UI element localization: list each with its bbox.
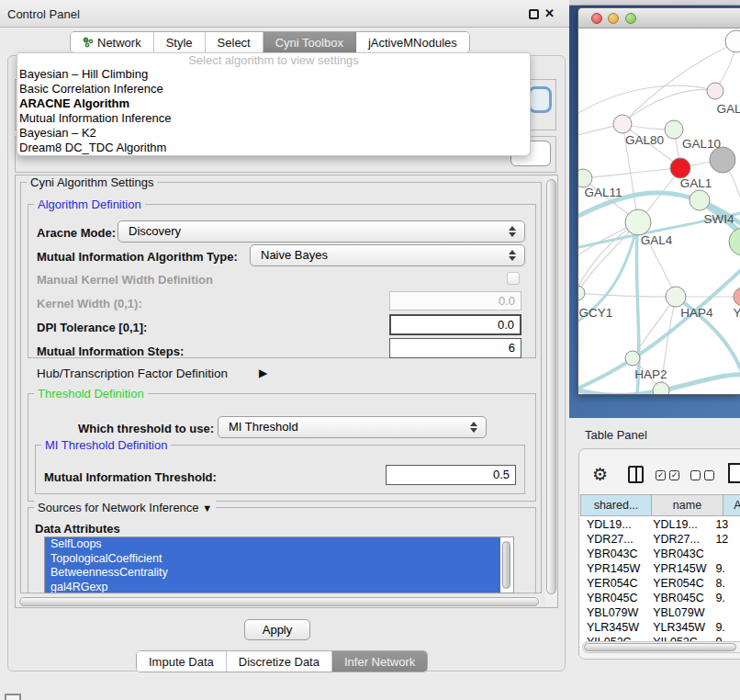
network-edge[interactable] bbox=[578, 222, 638, 293]
table-row[interactable]: YDL19...YDL19...13 bbox=[580, 517, 740, 532]
columns-icon[interactable] bbox=[628, 466, 644, 483]
table-row[interactable]: YER054CYER054C8. bbox=[580, 576, 740, 591]
column-header[interactable]: shared... bbox=[580, 494, 652, 516]
mi-type-select[interactable]: Naive Bayes bbox=[250, 244, 525, 266]
network-node[interactable] bbox=[578, 286, 585, 300]
tab-select[interactable]: Select bbox=[206, 32, 263, 52]
combo-arrows-icon bbox=[509, 226, 517, 237]
cyni-bottom-tabs: Impute DataDiscretize DataInfer Network bbox=[136, 650, 428, 672]
horizontal-scrollbar-thumb[interactable] bbox=[19, 597, 539, 606]
network-edge[interactable] bbox=[622, 90, 715, 124]
algorithm-option[interactable]: Basic Correlation Inference bbox=[17, 82, 530, 96]
table-cell: YBR045C bbox=[646, 591, 712, 605]
document-icon[interactable] bbox=[728, 463, 740, 483]
table-cell bbox=[712, 547, 740, 561]
algorithm-option[interactable]: Dream8 DC_TDC Algorithm bbox=[17, 141, 530, 155]
gear-icon[interactable]: ⚙ bbox=[592, 464, 608, 485]
table-row[interactable]: YBL079WYBL079W bbox=[580, 605, 740, 620]
node-label: GAL80 bbox=[625, 133, 664, 147]
network-node[interactable] bbox=[625, 209, 651, 235]
network-canvas[interactable]: GALGAL80GAL10GAL1GAL11SWI4GAL4GCY1HAP4YH… bbox=[578, 28, 740, 395]
table-cell: YBR045C bbox=[580, 591, 646, 605]
network-node[interactable] bbox=[729, 228, 740, 255]
table-cell: YER054C bbox=[646, 576, 712, 591]
network-node[interactable] bbox=[725, 30, 740, 52]
mi-steps-field[interactable]: 6 bbox=[389, 338, 521, 358]
data-attribute-item[interactable]: SelfLoops bbox=[45, 537, 500, 552]
node-label: GAL1 bbox=[680, 176, 712, 190]
collapse-down-icon[interactable]: ▼ bbox=[202, 502, 212, 514]
network-window-titlebar[interactable] bbox=[578, 8, 740, 28]
algorithm-option[interactable]: Bayesian – Hill Climbing bbox=[17, 67, 530, 82]
data-attribute-item[interactable]: gal4RGexp bbox=[45, 581, 500, 594]
tab-infer-network[interactable]: Infer Network bbox=[332, 651, 427, 672]
network-node[interactable] bbox=[710, 147, 735, 173]
network-node[interactable] bbox=[666, 287, 686, 307]
network-edge[interactable] bbox=[583, 168, 680, 178]
dpi-tolerance-field[interactable]: 0.0 bbox=[389, 314, 521, 335]
manual-kernel-checkbox[interactable] bbox=[507, 272, 520, 285]
tab-discretize-data[interactable]: Discretize Data bbox=[227, 651, 332, 672]
table-horizontal-scrollbar-thumb[interactable] bbox=[584, 643, 736, 651]
tab-impute-data[interactable]: Impute Data bbox=[137, 651, 227, 672]
deselect-all-icon[interactable] bbox=[690, 470, 714, 480]
tab-network[interactable]: Network bbox=[71, 32, 154, 52]
kernel-width-field[interactable]: 0.0 bbox=[389, 291, 521, 310]
algorithm-option[interactable]: Mutual Information Inference bbox=[17, 111, 530, 126]
tab-style[interactable]: Style bbox=[154, 32, 206, 52]
table-cell: 9. bbox=[712, 620, 740, 635]
column-header[interactable]: name bbox=[652, 494, 723, 516]
network-tab-icon bbox=[83, 37, 94, 48]
dropdown-hint: Select algorithm to view settings bbox=[17, 53, 530, 67]
window-close-icon[interactable] bbox=[591, 13, 602, 24]
group-title: MI Threshold Definition bbox=[41, 438, 171, 452]
expand-right-icon[interactable]: ▶ bbox=[259, 367, 267, 379]
algorithm-option[interactable]: Bayesian – K2 bbox=[17, 126, 530, 141]
data-attribute-item[interactable]: TopologicalCoefficient bbox=[45, 552, 500, 567]
hub-definition-toggle[interactable]: Hub/Transcription Factor Definition bbox=[37, 367, 228, 380]
network-edge[interactable] bbox=[578, 293, 676, 297]
data-attribute-item[interactable]: BetweennessCentrality bbox=[45, 566, 500, 581]
network-node[interactable] bbox=[625, 351, 640, 366]
table-row[interactable]: YBR045CYBR045C9. bbox=[580, 591, 740, 605]
network-node[interactable] bbox=[707, 83, 723, 99]
network-node[interactable] bbox=[670, 158, 690, 178]
group-title: Sources for Network Inference ▼ bbox=[34, 501, 216, 514]
table-row[interactable]: YLR345WYLR345W9. bbox=[580, 620, 740, 635]
aracne-mode-label: Aracne Mode: bbox=[37, 226, 116, 240]
table-cell: YBL079W bbox=[580, 605, 646, 620]
select-all-icon[interactable]: ✓ ✓ bbox=[656, 470, 679, 480]
mi-steps-label: Mutual Information Steps: bbox=[37, 344, 184, 358]
window-minimize-icon[interactable] bbox=[608, 13, 619, 24]
network-node[interactable] bbox=[653, 382, 669, 395]
aracne-mode-value: Discovery bbox=[129, 224, 181, 238]
float-icon[interactable] bbox=[529, 9, 539, 19]
mi-threshold-field[interactable]: 0.5 bbox=[386, 465, 516, 485]
column-header[interactable]: A bbox=[723, 494, 740, 516]
aracne-mode-select[interactable]: Discovery bbox=[118, 220, 525, 243]
table-row[interactable]: YPR145WYPR145W9. bbox=[580, 561, 740, 576]
network-node[interactable] bbox=[613, 115, 632, 133]
window-zoom-icon[interactable] bbox=[625, 13, 636, 24]
which-threshold-select[interactable]: MI Threshold bbox=[218, 416, 487, 438]
data-attributes-list[interactable]: SelfLoopsTopologicalCoefficientBetweenne… bbox=[44, 536, 514, 593]
network-node[interactable] bbox=[734, 288, 740, 306]
checked-box-icon: ✓ bbox=[669, 470, 679, 480]
close-icon[interactable]: ✕ bbox=[544, 6, 555, 20]
tab-cyni-toolbox[interactable]: Cyni Toolbox bbox=[263, 32, 356, 52]
table-row[interactable]: YDR27...YDR27...12 bbox=[580, 532, 740, 547]
algorithm-option[interactable]: ARACNE Algorithm bbox=[17, 96, 530, 111]
vertical-scrollbar-thumb[interactable] bbox=[546, 179, 556, 594]
node-label: GAL bbox=[716, 102, 740, 116]
network-node[interactable] bbox=[690, 190, 710, 210]
network-node[interactable] bbox=[665, 120, 683, 139]
table-cell: YLR345W bbox=[646, 620, 712, 635]
tab-jactivemnodules[interactable]: jActiveMNodules bbox=[356, 32, 469, 52]
network-node[interactable] bbox=[578, 169, 592, 187]
apply-button[interactable]: Apply bbox=[244, 619, 310, 640]
focused-combobox-edge[interactable] bbox=[528, 86, 552, 113]
table-cell: 13 bbox=[712, 517, 740, 532]
list-scrollbar-thumb[interactable] bbox=[502, 541, 510, 589]
table-row[interactable]: YBR043CYBR043C bbox=[580, 547, 740, 561]
which-threshold-label: Which threshold to use: bbox=[78, 422, 214, 435]
